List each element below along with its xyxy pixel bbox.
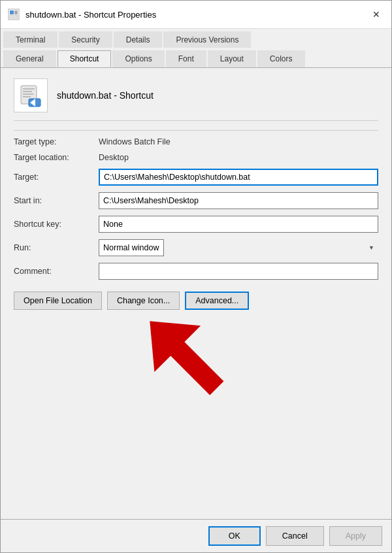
svg-rect-5 — [23, 88, 35, 90]
ok-button[interactable]: OK — [208, 526, 261, 546]
tab-terminal[interactable]: Terminal — [3, 31, 57, 48]
action-buttons: Open File Location Change Icon... Advanc… — [14, 292, 378, 310]
shortcut-properties-window: shutdown.bat - Shortcut Properties ✕ Ter… — [0, 0, 392, 553]
comment-input[interactable] — [99, 263, 378, 280]
shortcut-key-row: Shortcut key: — [14, 216, 378, 233]
arrow-area — [14, 315, 378, 420]
shortcut-name: shutdown.bat - Shortcut — [57, 90, 154, 101]
start-in-row: Start in: — [14, 192, 378, 209]
run-row: Run: Normal window Minimized Maximized — [14, 239, 378, 256]
open-file-location-button[interactable]: Open File Location — [14, 292, 102, 310]
tab-details[interactable]: Details — [114, 31, 163, 48]
tab-layout[interactable]: Layout — [208, 50, 256, 67]
arrow-graphic — [131, 318, 261, 416]
svg-rect-1 — [10, 10, 14, 14]
start-in-label: Start in: — [14, 196, 99, 205]
target-location-value: Desktop — [99, 153, 129, 162]
window-icon — [7, 8, 20, 21]
close-button[interactable]: ✕ — [368, 6, 385, 23]
window-title: shutdown.bat - Shortcut Properties — [25, 10, 156, 20]
svg-rect-7 — [23, 93, 33, 95]
target-location-label: Target location: — [14, 153, 99, 162]
cancel-button[interactable]: Cancel — [266, 526, 324, 546]
tab-content: shutdown.bat - Shortcut Target type: Win… — [1, 68, 391, 519]
target-location-row: Target location: Desktop — [14, 153, 378, 162]
target-label: Target: — [14, 173, 99, 182]
tab-security[interactable]: Security — [59, 31, 112, 48]
tabs-top-row: Terminal Security Details Previous Versi… — [1, 29, 391, 48]
run-select-wrapper: Normal window Minimized Maximized — [99, 239, 378, 256]
apply-button[interactable]: Apply — [329, 526, 382, 546]
separator-1 — [14, 130, 378, 131]
svg-rect-2 — [14, 10, 18, 14]
tabs-bottom-row: General Shortcut Options Font Layout Col… — [1, 48, 391, 67]
comment-row: Comment: — [14, 263, 378, 280]
svg-rect-8 — [23, 96, 31, 97]
shortcut-key-input[interactable] — [99, 216, 378, 233]
tabs-container: Terminal Security Details Previous Versi… — [1, 29, 391, 68]
comment-label: Comment: — [14, 267, 99, 276]
target-row: Target: — [14, 169, 378, 186]
tab-font[interactable]: Font — [166, 50, 206, 67]
start-in-input[interactable] — [99, 192, 378, 209]
run-label: Run: — [14, 243, 99, 252]
shortcut-header: shutdown.bat - Shortcut — [14, 78, 378, 121]
tab-shortcut[interactable]: Shortcut — [57, 50, 112, 67]
change-icon-button[interactable]: Change Icon... — [107, 292, 180, 310]
tab-colors[interactable]: Colors — [257, 50, 305, 67]
run-select[interactable]: Normal window Minimized Maximized — [99, 239, 164, 256]
tab-options[interactable]: Options — [112, 50, 164, 67]
svg-rect-6 — [23, 91, 32, 92]
shortcut-icon — [14, 78, 48, 112]
target-input[interactable] — [99, 169, 378, 186]
target-type-row: Target type: Windows Batch File — [14, 137, 378, 146]
target-type-value: Windows Batch File — [99, 137, 171, 146]
tab-general[interactable]: General — [3, 50, 56, 67]
svg-rect-3 — [10, 15, 18, 18]
target-type-label: Target type: — [14, 137, 99, 146]
shortcut-key-label: Shortcut key: — [14, 220, 99, 229]
advanced-button[interactable]: Advanced... — [185, 292, 249, 310]
tab-previous-versions[interactable]: Previous Versions — [163, 31, 251, 48]
title-bar: shutdown.bat - Shortcut Properties ✕ — [1, 1, 391, 29]
footer: OK Cancel Apply — [1, 519, 391, 552]
title-bar-left: shutdown.bat - Shortcut Properties — [7, 8, 156, 21]
